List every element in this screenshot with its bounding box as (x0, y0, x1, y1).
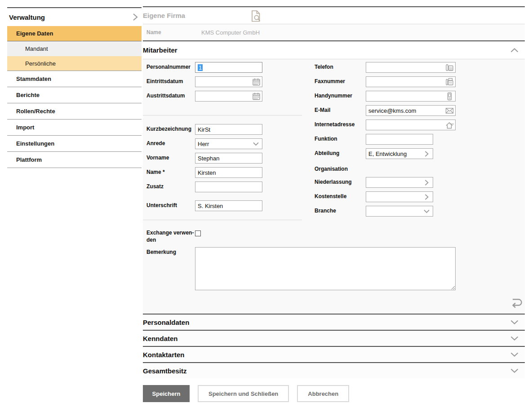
sidebar-item-label: Berichte (16, 92, 40, 98)
handynummer-input[interactable] (366, 91, 456, 102)
sidebar-header-verwaltung[interactable]: Verwaltung (7, 8, 142, 26)
field-value: S. Kirsten (198, 203, 223, 209)
sidebar-item-label: Einstellungen (16, 140, 54, 147)
field-value: Kirsten (198, 169, 216, 176)
name-input[interactable]: Kirsten (195, 167, 262, 178)
unterschrift-input[interactable]: S. Kirsten (195, 200, 262, 211)
sidebar-item-stammdaten[interactable]: Stammdaten (7, 71, 142, 87)
chevron-right-icon (425, 151, 429, 157)
chevron-down-icon (424, 209, 430, 213)
handynummer-label: Handynummer (315, 92, 352, 99)
internetadresse-input[interactable]: www (366, 120, 456, 130)
phone-icon[interactable] (445, 63, 454, 72)
personalnummer-selected-text: 1 (198, 64, 203, 71)
fax-icon[interactable] (445, 78, 454, 86)
faxnummer-input[interactable] (366, 76, 456, 87)
sidebar-item-rollen-rechte[interactable]: Rollen/Rechte (7, 103, 142, 120)
anrede-select[interactable]: Herr (195, 138, 262, 149)
save-button[interactable]: Speichern (143, 385, 190, 402)
chevron-right-icon (425, 180, 429, 186)
eintrittsdatum-input[interactable] (195, 76, 262, 87)
kostenstelle-lookup[interactable] (366, 191, 433, 202)
main-content: Eigene Firma Name KMS Computer GmbH Mita… (143, 6, 525, 402)
field-value: Stephan (198, 155, 219, 162)
abteilung-lookup[interactable]: E, Entwicklung (366, 148, 433, 159)
sidebar-item-label: Import (16, 124, 34, 131)
section-title: Kontaktarten (143, 351, 185, 359)
section-header-kenndaten[interactable]: Kenndaten (143, 330, 525, 346)
section-header-kontaktarten[interactable]: Kontaktarten (143, 346, 525, 362)
funktion-label: Funktion (315, 135, 337, 142)
field-value: service@kms.com (368, 107, 416, 114)
sidebar-item-import[interactable]: Import (7, 120, 142, 136)
abteilung-label: Abteilung (315, 150, 339, 157)
section-title: Kenndaten (143, 335, 178, 342)
divider (143, 115, 302, 115)
section-header-personaldaten[interactable]: Personaldaten (143, 314, 525, 330)
niederlassung-label: Niederlassung (315, 178, 352, 186)
name-label: Name * (146, 168, 165, 176)
mobile-icon[interactable] (445, 92, 454, 101)
chevron-up-icon (510, 48, 519, 53)
sidebar-item-berichte[interactable]: Berichte (7, 87, 142, 103)
zusatz-input[interactable] (195, 182, 262, 192)
page-header: Eigene Firma (143, 7, 525, 24)
bemerkung-label: Bemerkung (146, 248, 176, 256)
section-title: Gesamtbesitz (143, 367, 187, 375)
branche-select[interactable] (366, 206, 433, 217)
company-name-label: Name (143, 29, 201, 35)
chevron-down-icon (253, 142, 259, 146)
exchange-checkbox[interactable] (195, 230, 201, 236)
kurzbezeichnung-input[interactable]: KirSt (195, 124, 262, 135)
field-value: Herr (198, 141, 209, 147)
unterschrift-label: Unterschrift (146, 202, 177, 209)
telefon-input[interactable] (366, 62, 456, 73)
section-header-mitarbeiter[interactable]: Mitarbeiter (143, 41, 525, 59)
calendar-icon[interactable] (252, 92, 261, 101)
personalnummer-label: Personalnummer (146, 63, 191, 71)
page-title: Eigene Firma (143, 12, 185, 19)
chevron-down-icon (510, 320, 519, 324)
vorname-label: Vorname (146, 154, 169, 161)
chevron-down-icon (510, 352, 519, 357)
section-header-gesamtbesitz[interactable]: Gesamtbesitz (143, 362, 525, 378)
sidebar-item-persoenliche[interactable]: Persönliche (7, 56, 142, 71)
internetadresse-label: Internetadresse (315, 121, 355, 128)
section-title: Mitarbeiter (143, 46, 177, 54)
zusatz-label: Zusatz (146, 183, 164, 190)
eintrittsdatum-label: Eintrittsdatum (146, 78, 183, 85)
undo-arrow-icon (510, 297, 523, 309)
vorname-input[interactable]: Stephan (195, 153, 262, 164)
company-name-row: Name KMS Computer GmbH (143, 24, 525, 41)
envelope-icon[interactable] (445, 106, 454, 115)
branche-label: Branche (315, 207, 336, 214)
niederlassung-lookup[interactable] (366, 177, 433, 188)
austrittsdatum-label: Austrittsdatum (146, 92, 185, 99)
sidebar-item-mandant[interactable]: Mandant (7, 41, 142, 56)
save-and-close-button[interactable]: Speichern und Schließen (198, 385, 289, 402)
field-value: KirSt (198, 126, 210, 133)
website-icon[interactable]: www (445, 121, 454, 129)
document-preview-button[interactable] (250, 9, 262, 23)
sidebar-item-eigene-daten[interactable]: Eigene Daten (7, 26, 142, 41)
chevron-down-icon (510, 336, 519, 341)
sidebar-item-einstellungen[interactable]: Einstellungen (7, 136, 142, 152)
company-name-value: KMS Computer GmbH (201, 29, 260, 36)
austrittsdatum-input[interactable] (195, 91, 262, 102)
section-title: Personaldaten (143, 319, 189, 326)
sidebar-item-plattform[interactable]: Plattform (7, 152, 142, 168)
sidebar-item-label: Rollen/Rechte (16, 108, 55, 115)
sidebar-item-label: Eigene Daten (16, 30, 53, 37)
calendar-icon[interactable] (252, 78, 261, 86)
bemerkung-textarea[interactable] (195, 247, 456, 290)
document-search-icon (250, 9, 262, 23)
personalnummer-input[interactable]: 1 (195, 62, 262, 73)
undo-button[interactable] (510, 297, 523, 309)
exchange-label: Exchange verwen-den (146, 229, 195, 244)
email-input[interactable]: service@kms.com (366, 105, 456, 116)
funktion-input[interactable] (366, 134, 433, 145)
divider (143, 220, 302, 220)
sidebar-item-label: Plattform (16, 156, 42, 163)
cancel-button[interactable]: Abbrechen (297, 385, 349, 402)
chevron-right-icon (133, 13, 138, 21)
